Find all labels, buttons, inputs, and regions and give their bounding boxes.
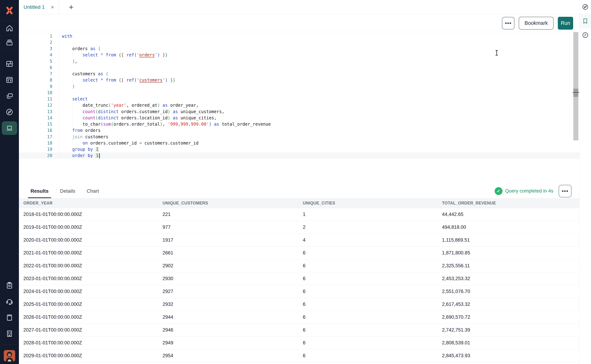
code-line-11: 11 select (19, 96, 579, 102)
code-text: select * from {{ ref('orders') }} (62, 52, 168, 58)
code-line-1: 1with (19, 33, 579, 39)
code-line-17: 17 join customers (19, 134, 579, 140)
column-header-order_year[interactable]: ORDER_YEAR (23, 201, 162, 206)
editor-caret (99, 153, 100, 158)
bookmark-icon (582, 18, 589, 25)
right-rail-item-history[interactable] (580, 28, 591, 42)
line-number: 6 (19, 65, 59, 71)
tab-details[interactable]: Details (60, 184, 75, 198)
organization-icon (5, 329, 13, 338)
code-text: order by 1 (62, 153, 100, 158)
results-more-button[interactable]: ••• (559, 185, 572, 197)
sidebar-item-clipboard[interactable] (0, 278, 19, 292)
code-line-19: 19 group by 1 (19, 146, 579, 153)
sidebar-item-laptop[interactable] (0, 121, 19, 135)
cell-order_year: 2025-01-01T00:00:00.000Z (23, 302, 162, 307)
new-tab-button[interactable]: + (69, 3, 73, 12)
sidebar-item-compass[interactable] (0, 105, 19, 119)
scrollbar-thumb[interactable] (573, 89, 578, 97)
cell-total_order_revenue: 2,325,556.11 (442, 263, 579, 268)
code-line-15: 15 to_char(sum(orders.order_total), '999… (19, 121, 579, 127)
cell-unique_customers: 2927 (162, 289, 303, 294)
code-line-6: 6 (19, 65, 579, 71)
tab-chart[interactable]: Chart (87, 184, 99, 198)
code-line-8: 8 select * from {{ ref('customers') }} (19, 77, 579, 83)
column-header-unique_cities[interactable]: UNIQUE_CITIES (303, 201, 442, 206)
sidebar-item-headset[interactable] (0, 294, 19, 308)
cell-more-button[interactable]: ••• (502, 17, 514, 29)
run-button[interactable]: Run (558, 17, 573, 30)
cell-total_order_revenue: 2,617,453.32 (442, 302, 579, 307)
line-number: 19 (19, 146, 59, 153)
right-rail-item-compass[interactable] (580, 0, 591, 14)
sidebar-item-collections[interactable] (0, 35, 19, 50)
home-icon (5, 24, 13, 32)
column-header-total_order_revenue[interactable]: TOTAL_ORDER_REVENUE (442, 201, 579, 206)
sidebar-item-code-window[interactable] (0, 73, 19, 87)
cell-order_year: 2018-01-01T00:00:00.000Z (23, 212, 162, 217)
hex-logo-icon (5, 6, 14, 15)
left-sidebar (0, 0, 19, 364)
code-line-18: 18 on orders.customer_id = customers.cus… (19, 140, 579, 146)
cell-unique_cities: 6 (303, 289, 442, 294)
text-cursor (496, 50, 497, 56)
code-text: with (62, 34, 72, 39)
compass-icon (5, 108, 13, 116)
cell-unique_customers: 2946 (162, 327, 303, 333)
column-header-unique_customers[interactable]: UNIQUE_CUSTOMERS (162, 201, 303, 206)
sidebar-item-home[interactable] (0, 21, 19, 35)
tab-title: Untitled 1 (24, 4, 45, 10)
right-rail-item-bookmark[interactable] (580, 14, 591, 28)
table-row: 2027-01-01T00:00:00.000Z294662,742,751.3… (19, 324, 579, 337)
code-line-10: 10 (19, 90, 579, 96)
line-number: 18 (19, 140, 59, 146)
editor-scrollbar[interactable] (573, 32, 578, 140)
sidebar-item-apps[interactable] (0, 57, 19, 71)
results-table: ORDER_YEARUNIQUE_CUSTOMERSUNIQUE_CITIEST… (19, 198, 579, 364)
sidebar-divider (2, 344, 17, 345)
cell-unique_cities: 6 (303, 302, 442, 307)
line-number: 14 (19, 115, 59, 121)
cell-unique_cities: 1 (303, 212, 442, 217)
cell-unique_cities: 6 (303, 263, 442, 268)
clipboard-icon (5, 281, 13, 289)
right-rail-spacer (580, 42, 591, 364)
user-avatar[interactable] (4, 350, 15, 362)
resize-handle[interactable] (573, 92, 579, 93)
sql-editor[interactable]: 1with23 orders as (4 select * from {{ re… (19, 32, 579, 159)
cell-unique_cities: 6 (303, 327, 442, 333)
cell-total_order_revenue: 2,690,570.72 (442, 314, 579, 320)
table-row: 2018-01-01T00:00:00.000Z221144,442.65 (19, 208, 579, 221)
sidebar-item-windows[interactable] (0, 89, 19, 103)
headset-icon (5, 297, 13, 306)
line-number: 12 (19, 102, 59, 109)
tab-close-icon[interactable]: × (51, 4, 54, 10)
tab-untitled-1[interactable]: Untitled 1 × (19, 0, 59, 14)
results-header: ResultsDetailsChart ✓ Query completed in… (19, 184, 579, 198)
sidebar-item-organization[interactable] (0, 326, 19, 341)
line-number: 1 (19, 33, 59, 39)
line-number: 2 (19, 39, 59, 46)
cell-unique_customers: 221 (162, 212, 303, 217)
cell-total_order_revenue: 2,808,539.01 (442, 340, 579, 346)
table-row: 2021-01-01T00:00:00.000Z266161,871,800.8… (19, 247, 579, 260)
code-line-9: 9 ) (19, 83, 579, 90)
windows-icon (5, 92, 13, 100)
cell-unique_cities: 6 (303, 276, 442, 281)
code-line-2: 2 (19, 39, 579, 46)
cell-order_year: 2029-01-01T00:00:00.000Z (23, 353, 162, 358)
cell-unique_customers: 2930 (162, 276, 303, 281)
cell-order_year: 2019-01-01T00:00:00.000Z (23, 224, 162, 230)
tab-results[interactable]: Results (31, 184, 49, 198)
code-text: ), (62, 59, 78, 64)
hex-logo[interactable] (0, 0, 19, 21)
line-number: 17 (19, 134, 59, 140)
bookmark-button[interactable]: Bookmark (519, 17, 553, 30)
main-panel: Untitled 1 × + ••• Bookmark Run 1with23 … (19, 0, 579, 364)
code-text: count(distinct orders.location_id) as un… (62, 116, 217, 120)
cell-order_year: 2021-01-01T00:00:00.000Z (23, 250, 162, 256)
code-text: select (62, 97, 88, 102)
code-text: group by 1 (62, 147, 99, 152)
code-line-3: 3 orders as ( (19, 46, 579, 52)
sidebar-item-docs[interactable] (0, 310, 19, 325)
